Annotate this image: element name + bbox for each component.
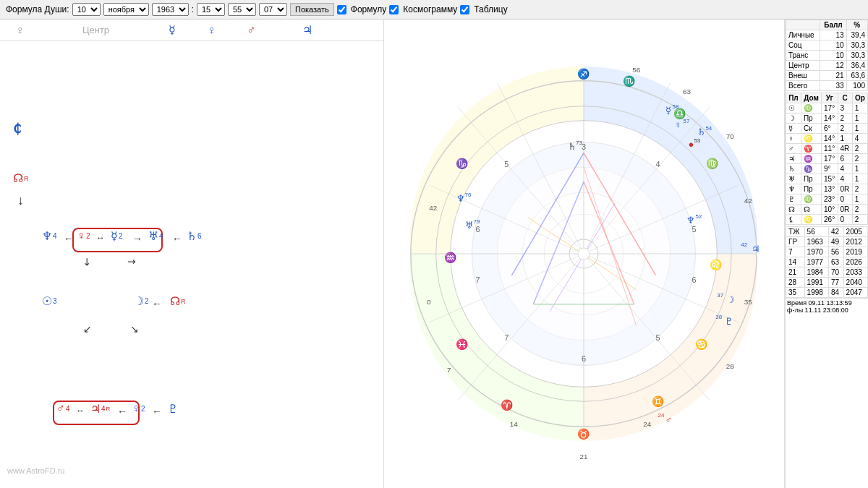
or-neptune: 2 xyxy=(852,184,867,194)
formula-label: Формула Души: xyxy=(6,4,69,14)
svg-text:54: 54 xyxy=(705,125,712,132)
svg-text:♊: ♊ xyxy=(652,395,665,408)
pl-saturn: ♄ xyxy=(786,164,801,174)
svg-text:7: 7 xyxy=(447,366,451,374)
formula-area: ₵ ☊ R ↓ ♆ 4 ← ♀ 2 xyxy=(0,41,383,482)
diag-arrow-3: ↙ xyxy=(83,323,92,335)
svg-text:♆: ♆ xyxy=(456,193,465,204)
ph-ug: Уг xyxy=(822,93,838,103)
label-soc: Соц xyxy=(786,40,820,51)
s-node: 0R xyxy=(838,205,852,215)
main-area: ♀ Центр ☿ ♀ ♂ ♃ ₵ ☊ R ↓ ♆ xyxy=(0,20,868,488)
saturn-glyph: ♄ xyxy=(187,229,197,243)
pct-center: 36,4 xyxy=(846,61,867,71)
jupiter-group: ♃ 4 R xyxy=(90,402,110,416)
pr-venus: ♀ ♌ 14° 1 4 xyxy=(786,134,868,144)
svg-text:14: 14 xyxy=(510,420,519,428)
second-select[interactable]: 07 xyxy=(259,3,287,16)
uranus-group: ♅ 4 xyxy=(148,229,163,243)
ug-mars: 11° xyxy=(822,144,838,154)
label-28: 28 xyxy=(786,278,805,288)
moon-group: ☽ 2 xyxy=(134,294,149,308)
svg-text:42: 42 xyxy=(741,241,747,248)
pr-jupiter: ♃ ♒ 17° 6 2 xyxy=(786,154,868,164)
month-select[interactable]: ноября xyxy=(103,3,149,16)
ug-node: 10° xyxy=(822,205,838,215)
planet-chiron: ₵ xyxy=(13,121,21,137)
row-35: 35 1998 84 2047 xyxy=(786,288,868,298)
year-select[interactable]: 1963 xyxy=(152,3,189,16)
v2-28: 77 xyxy=(828,278,843,288)
v1-35: 1998 xyxy=(804,288,828,298)
svg-text:5: 5 xyxy=(692,225,696,234)
svg-text:53: 53 xyxy=(694,137,700,144)
time-separator: : xyxy=(192,4,194,14)
svg-text:♇: ♇ xyxy=(725,316,733,327)
svg-text:42: 42 xyxy=(429,204,438,212)
saturn-group: ♄ 6 xyxy=(187,229,202,243)
score-vsego: 33 xyxy=(820,81,846,91)
dom-jupiter: ♒ xyxy=(801,154,821,164)
pl-mercury: ☿ xyxy=(786,124,801,134)
svg-text:21: 21 xyxy=(579,453,588,461)
check-formula[interactable] xyxy=(337,5,346,14)
ug-uranus: 15° xyxy=(822,174,838,184)
s-mercury: 2 xyxy=(838,124,852,134)
ph-dom: Дом xyxy=(801,93,821,103)
dom-moon: Пр xyxy=(801,114,821,124)
ug-sun: 17° xyxy=(822,103,838,114)
left-panel: ♀ Центр ☿ ♀ ♂ ♃ ₵ ☊ R ↓ ♆ xyxy=(0,20,383,488)
svg-text:☿: ☿ xyxy=(665,105,671,116)
row-personal: Личные 13 39,4 xyxy=(786,30,868,40)
svg-text:4: 4 xyxy=(656,160,660,168)
svg-point-29 xyxy=(578,248,590,260)
diag-arrow-1: ↘ xyxy=(80,254,95,269)
diag-arrow-4: ↘ xyxy=(130,323,139,335)
saturn-num: 6 xyxy=(197,232,202,240)
ug-saturn: 9° xyxy=(822,164,838,174)
pl-sun: ☉ xyxy=(786,103,801,114)
dom-venus: ♌ xyxy=(801,134,821,144)
svg-text:42: 42 xyxy=(744,197,753,205)
pr-saturn: ♄ ♑ 9° 4 1 xyxy=(786,164,868,174)
label-personal: Личные xyxy=(786,30,820,40)
svg-text:0: 0 xyxy=(427,298,431,306)
dragon2-glyph: ☊ xyxy=(170,294,180,308)
s-lilith: 0 xyxy=(838,215,852,225)
row-7: 7 1970 56 2019 xyxy=(786,247,868,257)
mercury-blue-group: ☿ 2 xyxy=(111,229,123,243)
label-14: 14 xyxy=(786,257,805,267)
ug-moon: 14° xyxy=(822,114,838,124)
svg-text:28: 28 xyxy=(726,362,735,370)
pr-uranus: ♅ Пр 15° 4 1 xyxy=(786,174,868,184)
s-mars: 4R xyxy=(838,144,852,154)
diag-arrow-2: ↙ xyxy=(124,254,138,269)
ug-venus: 14° xyxy=(822,134,838,144)
check-kosmogramma[interactable] xyxy=(389,5,399,14)
col-header-pct: % xyxy=(846,20,867,30)
day-select[interactable]: 10 xyxy=(72,3,101,16)
svg-text:♒: ♒ xyxy=(444,252,457,264)
pr-neptune: ♆ Пр 13° 0R 2 xyxy=(786,184,868,194)
chart-area: 3 4 5 6 5 6 7 7 6 5 ♐ ♏ ♎ ♍ ♌ ♋ ♊ ♉ ♈ ♓ … xyxy=(384,20,784,488)
hour-select[interactable]: 15 xyxy=(197,3,225,16)
moon-glyph: ☽ xyxy=(134,294,144,308)
pr-moon: ☽ Пр 14° 2 1 xyxy=(786,114,868,124)
svg-text:7: 7 xyxy=(475,275,480,284)
pct-trans: 30,3 xyxy=(846,51,867,61)
score-trans: 10 xyxy=(820,51,846,61)
pr-sun: ☉ ♍ 17° 3 1 xyxy=(786,103,868,114)
pr-mercury: ☿ Ск 6° 2 1 xyxy=(786,124,868,134)
svg-text:52: 52 xyxy=(695,213,702,220)
dragon-glyph: ☊ xyxy=(13,171,23,185)
svg-text:♐: ♐ xyxy=(578,68,591,80)
dom-mars: ♈ xyxy=(801,144,821,154)
show-button[interactable]: Показать xyxy=(290,3,334,16)
minute-select[interactable]: 55 xyxy=(228,3,256,16)
check-tablitsu[interactable] xyxy=(460,5,469,14)
label-tj: ТЖ xyxy=(786,227,805,237)
planet-dragon-r: ☊ R xyxy=(13,171,29,185)
svg-text:6: 6 xyxy=(582,354,586,363)
label-7: 7 xyxy=(786,247,805,257)
pluto-glyph: ♇ xyxy=(168,402,178,416)
